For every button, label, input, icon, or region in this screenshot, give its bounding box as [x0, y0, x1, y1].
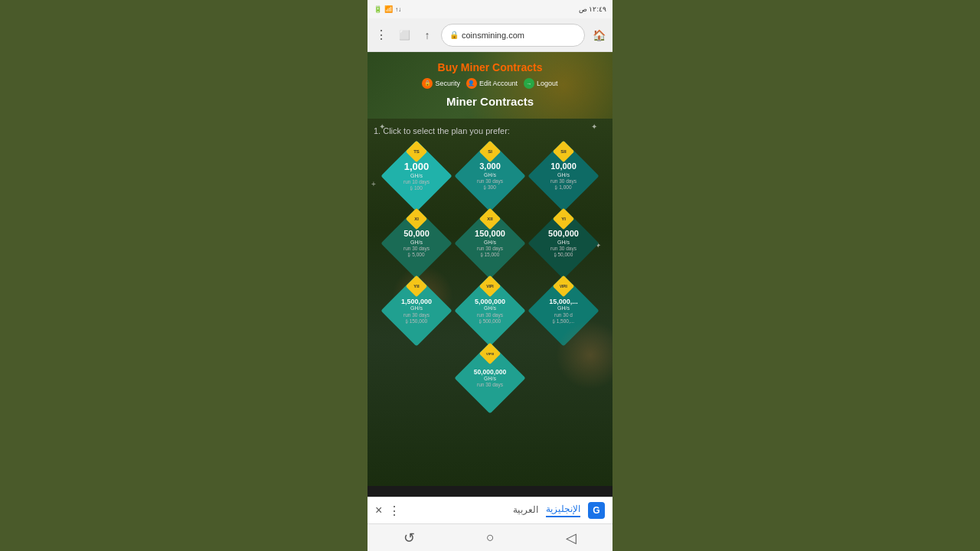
contract-ts[interactable]: TS 1,000 GH/s run 10 days ₿ 100 — [385, 145, 448, 207]
browser-bar: ⋮ ⬜ ↑ 🔒 coinsmining.com 🏠 — [368, 18, 612, 52]
contract-si[interactable]: SI 3,000 GH/s run 30 days ₿ 300 — [459, 145, 521, 207]
step-instruction: 1. Click to select the plan you prefer: — [374, 126, 606, 135]
page-heading: Miner Contracts — [375, 95, 605, 108]
phone-frame: 🔋 📶 ↑↓ ١٢:٤٩ ص ⋮ ⬜ ↑ 🔒 coinsmining.com 🏠… — [368, 0, 612, 551]
site-title: Buy Miner Contracts — [375, 61, 605, 73]
more-options-button[interactable]: ⋮ — [372, 26, 390, 44]
contract-vipiii[interactable]: VIPIII 50,000,000 GH/s run 30 days — [459, 347, 521, 409]
translate-menu-button[interactable]: ⋮ — [388, 504, 400, 518]
home-button[interactable]: 🏠 — [590, 26, 608, 44]
tabs-button[interactable]: ⬜ — [395, 26, 413, 44]
translate-close-button[interactable]: × — [375, 504, 382, 517]
contracts-row-4: VIPIII 50,000,000 GH/s run 30 days — [374, 347, 606, 409]
contract-xii[interactable]: XII 150,000 GH/s run 30 days ₿ 15,000 — [459, 212, 521, 275]
reload-button[interactable]: ↺ — [403, 530, 415, 546]
badge-yii: YII — [409, 279, 424, 294]
content-area: Buy Miner Contracts 🔒 Security 👤 Edit Ac… — [368, 52, 612, 497]
edit-account-link[interactable]: 👤 Edit Account — [466, 78, 518, 89]
security-icon: 🔒 — [422, 78, 433, 89]
badge-vipii: VIPII — [556, 279, 571, 294]
edit-account-label: Edit Account — [479, 80, 518, 87]
contract-vipi[interactable]: VIPI 5,000,000 GH/s run 30 days ₿ 500,00… — [459, 279, 521, 342]
battery-icon: 🔋 — [374, 5, 382, 13]
logout-label: Logout — [537, 80, 558, 87]
security-link[interactable]: 🔒 Security — [422, 78, 460, 89]
nav-links: 🔒 Security 👤 Edit Account → Logout — [375, 78, 605, 89]
contract-vipii[interactable]: VIPII 15,000,... GH/s run 30 d ₿ 1,500,.… — [532, 279, 595, 342]
contract-sii[interactable]: SII 10,000 GH/s run 30 days ₿ 1,000 — [532, 145, 595, 207]
status-bar: 🔋 📶 ↑↓ ١٢:٤٩ ص — [368, 0, 612, 18]
google-translate-icon[interactable]: G — [588, 502, 605, 519]
time-display: ١٢:٤٩ ص — [579, 5, 606, 13]
translate-bar: × ⋮ العربية الإنجليزية G — [368, 497, 612, 523]
badge-xi: XI — [409, 211, 424, 227]
back-button[interactable]: ◁ — [566, 530, 577, 546]
share-button[interactable]: ↑ — [418, 26, 436, 44]
signal-text: ↑↓ — [395, 6, 401, 13]
badge-vipi: VIPI — [482, 279, 498, 294]
home-nav-button[interactable]: ○ — [486, 530, 495, 546]
translate-language-options: العربية الإنجليزية G — [407, 502, 605, 519]
english-lang-option[interactable]: الإنجليزية — [546, 504, 580, 517]
arabic-lang-option[interactable]: العربية — [513, 504, 538, 517]
contract-yi[interactable]: YI 500,000 GH/s run 30 days ₿ 50,000 — [532, 212, 595, 275]
badge-vipiii: VIPIII — [482, 346, 498, 361]
contracts-row-3: YII 1,500,000 GH/s run 30 days ₿ 150,000 — [374, 279, 606, 342]
browser-nav-bar: ↺ ○ ◁ — [368, 523, 612, 551]
logout-link[interactable]: → Logout — [524, 78, 558, 89]
badge-xii: XII — [482, 211, 498, 227]
edit-account-icon: 👤 — [466, 78, 477, 89]
main-content: ✦ ✦ + ✦ 1. Click to select the plan you … — [368, 119, 612, 486]
contract-xi[interactable]: XI 50,000 GH/s run 30 days ₿ 5,000 — [385, 212, 448, 275]
signal-bars: 📶 — [384, 5, 393, 13]
badge-ts: TS — [409, 144, 424, 159]
contracts-row-2: XI 50,000 GH/s run 30 days ₿ 5,000 — [374, 212, 606, 275]
lock-icon: 🔒 — [449, 31, 459, 39]
logout-icon: → — [524, 78, 534, 89]
badge-sii: SII — [556, 144, 571, 159]
status-left: 🔋 📶 ↑↓ — [374, 5, 401, 13]
url-bar[interactable]: 🔒 coinsmining.com — [441, 24, 585, 47]
url-text: coinsmining.com — [462, 31, 524, 40]
badge-si: SI — [482, 144, 498, 159]
contract-yii[interactable]: YII 1,500,000 GH/s run 30 days ₿ 150,000 — [385, 279, 448, 342]
status-right: ١٢:٤٩ ص — [579, 5, 606, 13]
contracts-row-1: TS 1,000 GH/s run 10 days ₿ 100 — [374, 145, 606, 207]
badge-yi: YI — [556, 211, 571, 227]
site-header: Buy Miner Contracts 🔒 Security 👤 Edit Ac… — [368, 52, 612, 119]
security-label: Security — [435, 80, 460, 87]
